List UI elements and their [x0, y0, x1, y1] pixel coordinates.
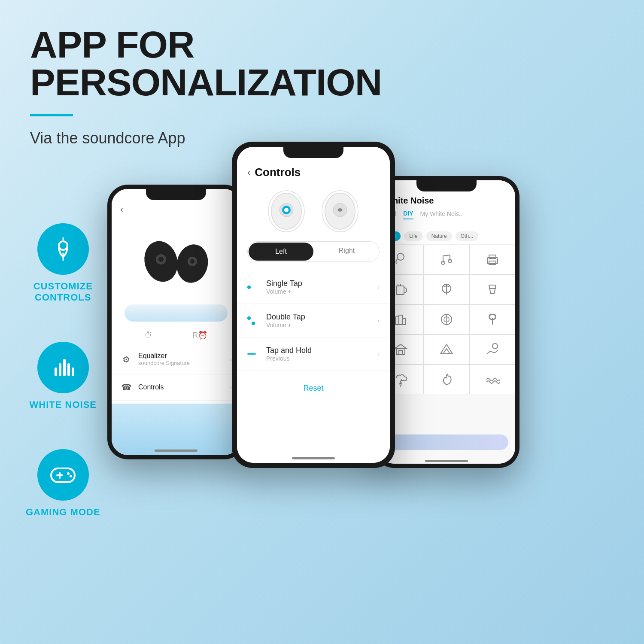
- svg-marker-48: [395, 344, 407, 349]
- svg-rect-33: [396, 286, 404, 295]
- gamepad-icon: [49, 463, 77, 487]
- home-bar-right: [425, 460, 468, 462]
- phone-right-notch: [416, 180, 477, 191]
- slider-bar[interactable]: [385, 434, 508, 450]
- svg-rect-7: [72, 368, 74, 376]
- tab-my-white-noise[interactable]: My White Nois...: [420, 210, 464, 219]
- home-bar-center: [292, 457, 335, 459]
- single-tap-indicator: [247, 286, 260, 289]
- equalizer-text: Equalizer soundcore Signature: [138, 352, 224, 366]
- svg-point-0: [59, 241, 67, 250]
- equalizer-title: Equalizer: [138, 352, 224, 360]
- earbuds-area: [112, 219, 240, 304]
- tap-hold-indicator: [247, 353, 260, 355]
- equalizer-subtitle: soundcore Signature: [138, 360, 224, 366]
- double-tap-indicator: [247, 316, 260, 325]
- filter-tabs: All Life Nature Oth...: [378, 228, 515, 245]
- noise-icon-plate: [439, 312, 454, 327]
- right-tab-button[interactable]: Right: [314, 242, 379, 261]
- filter-nature[interactable]: Nature: [426, 231, 452, 241]
- noise-grid: [378, 245, 515, 394]
- noise-cell-14[interactable]: [424, 365, 469, 394]
- noise-icon-beach: [485, 342, 500, 357]
- phones-container: ‹: [107, 142, 623, 614]
- double-tap-name: Double Tap: [266, 313, 377, 322]
- noise-icon-coffee: [393, 282, 408, 297]
- earbuds-svg: [133, 227, 219, 296]
- lr-toggle[interactable]: Left Right: [247, 241, 380, 262]
- white-noise-icon-circle: [37, 342, 89, 393]
- noise-cell-15[interactable]: [470, 365, 515, 394]
- status-bar: ⏱ R⏰: [112, 326, 240, 344]
- single-tap-row[interactable]: Single Tap Volume + ›: [237, 270, 390, 304]
- noise-icon-drink: [485, 282, 500, 297]
- tap-hold-text: Tap and Hold Previous: [260, 346, 377, 362]
- double-tap-value: Volume +: [266, 322, 377, 328]
- phone-center-notch: [283, 147, 343, 158]
- single-dot: [247, 286, 251, 289]
- noise-cell-2[interactable]: [424, 245, 469, 274]
- filter-other[interactable]: Oth...: [456, 231, 478, 241]
- bottom-slider-area: [378, 429, 515, 455]
- phone-center: ‹ Controls: [232, 142, 395, 468]
- title-line1: APP FOR: [30, 23, 194, 66]
- phone-right-screen: White Noise Find DIY My White Nois... Al…: [378, 180, 515, 464]
- svg-point-27: [397, 253, 404, 260]
- noise-cell-11[interactable]: [424, 335, 469, 364]
- waves-icon: [50, 355, 76, 380]
- noise-icon-plant: [485, 312, 500, 327]
- noise-icon-wave: [485, 372, 500, 387]
- tab-diy[interactable]: DIY: [403, 210, 413, 219]
- left-tab-button[interactable]: Left: [249, 243, 313, 261]
- noise-cell-12[interactable]: [470, 335, 515, 364]
- left-earbud-illus: [266, 188, 307, 233]
- noise-icon-food: [439, 282, 454, 297]
- noise-icon-music: [439, 252, 454, 267]
- feature-customize: CUSTOMIZE CONTROLS: [26, 223, 100, 303]
- tap-hold-value: Previous: [266, 355, 377, 362]
- menu-controls[interactable]: ☎ Controls ›: [112, 374, 240, 401]
- tap-hold-row[interactable]: Tap and Hold Previous ›: [237, 337, 390, 371]
- menu-equalizer[interactable]: ⚙ Equalizer soundcore Signature ›: [112, 344, 240, 374]
- tap-hold-chevron: ›: [377, 350, 380, 358]
- svg-point-12: [70, 475, 72, 477]
- svg-marker-51: [443, 349, 450, 354]
- svg-point-11: [67, 472, 70, 475]
- noise-cell-8[interactable]: [424, 305, 469, 334]
- gaming-icon-circle: [37, 449, 89, 501]
- main-title: APP FOR PERSONALIZATION: [30, 26, 331, 101]
- phone-left-notch: [146, 189, 206, 200]
- svg-point-22: [284, 208, 289, 212]
- single-tap-text: Single Tap Volume +: [260, 279, 377, 295]
- noise-cell-6[interactable]: [470, 275, 515, 304]
- svg-rect-5: [63, 359, 66, 376]
- filter-life[interactable]: Life: [404, 231, 422, 241]
- svg-point-15: [158, 257, 164, 262]
- left-earbud-svg: [266, 188, 307, 233]
- center-title: Controls: [255, 166, 301, 179]
- double-tap-row[interactable]: Double Tap Volume + ›: [237, 304, 390, 337]
- bluetooth-icon: R⏰: [192, 331, 207, 340]
- center-back-icon[interactable]: ‹: [247, 167, 250, 178]
- svg-rect-49: [399, 350, 402, 355]
- svg-point-46: [489, 313, 497, 321]
- reset-button[interactable]: Reset: [237, 371, 390, 406]
- noise-icon-fire: [439, 372, 454, 387]
- accent-line: [30, 114, 73, 116]
- feature-white-noise: WHITE NOISE: [26, 342, 100, 410]
- noise-cell-9[interactable]: [470, 305, 515, 334]
- center-screen-content: ‹ Controls: [237, 147, 390, 463]
- double-dot-2: [252, 322, 255, 325]
- noise-cell-3[interactable]: [470, 245, 515, 274]
- home-bar-left: [155, 450, 197, 452]
- controls-text: Controls: [138, 383, 224, 391]
- noise-icon-city: [393, 312, 408, 327]
- feature-gaming-mode: GAMING MODE: [26, 449, 100, 518]
- back-arrow-icon[interactable]: ‹: [120, 204, 123, 214]
- reset-label: Reset: [303, 384, 323, 392]
- right-screen-content: White Noise Find DIY My White Nois... Al…: [378, 180, 515, 464]
- noise-cell-5[interactable]: [424, 275, 469, 304]
- double-tap-text: Double Tap Volume +: [260, 313, 377, 328]
- gaming-mode-label: GAMING MODE: [26, 507, 100, 518]
- battery-icon: ⏱: [145, 331, 152, 340]
